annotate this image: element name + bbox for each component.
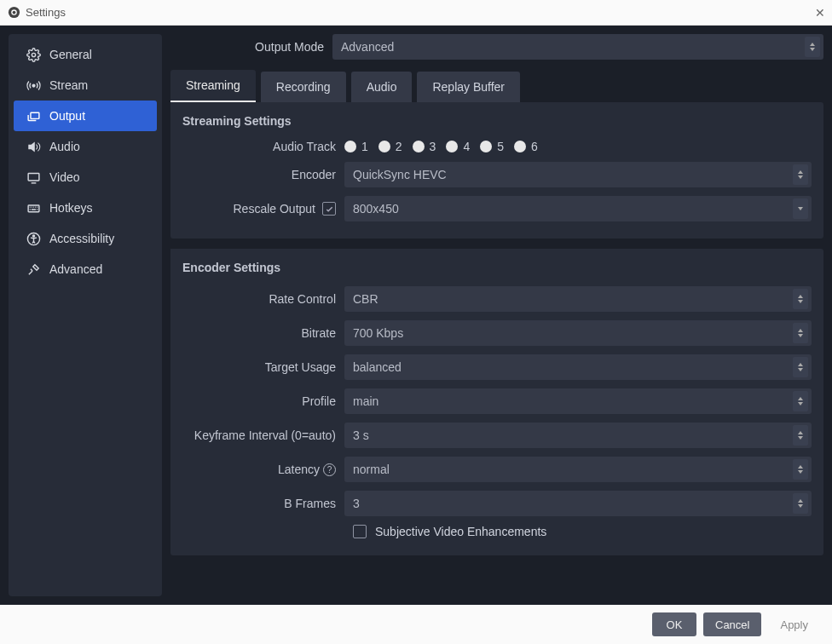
latency-row: Latency ? normal [182, 457, 812, 482]
rescale-label: Rescale Output [234, 202, 316, 216]
rescale-row: Rescale Output 800x450 [182, 196, 812, 221]
cancel-button[interactable]: Cancel [703, 612, 761, 636]
tab-label: Replay Buffer [432, 80, 505, 94]
target-usage-row: Target Usage balanced [182, 354, 812, 380]
rate-control-value: CBR [353, 292, 378, 306]
audio-track-2[interactable]: 2 [378, 140, 402, 153]
radio-icon [344, 141, 356, 152]
svg-rect-7 [28, 204, 39, 211]
bframes-input[interactable]: 3 [344, 491, 812, 516]
encoder-row: Encoder QuickSync HEVC [182, 162, 812, 187]
app-icon [7, 6, 20, 20]
sidebar-item-output[interactable]: Output [14, 101, 157, 131]
rescale-value: 800x450 [353, 202, 399, 216]
sidebar-item-label: Advanced [49, 262, 102, 276]
radio-label: 5 [497, 140, 504, 153]
radio-icon [480, 141, 492, 152]
close-icon[interactable]: ✕ [815, 6, 825, 20]
streaming-settings-panel: Streaming Settings Audio Track 1 2 3 4 5… [170, 102, 823, 239]
radio-label: 1 [361, 140, 368, 153]
bitrate-input[interactable]: 700 Kbps [344, 320, 812, 346]
sidebar-item-hotkeys[interactable]: Hotkeys [14, 193, 157, 223]
audio-track-radios: 1 2 3 4 5 6 [344, 140, 538, 153]
svg-rect-6 [28, 173, 39, 181]
radio-icon [378, 141, 390, 152]
latency-value: normal [353, 463, 390, 476]
output-mode-row: Output Mode Advanced [170, 34, 823, 60]
help-icon[interactable]: ? [323, 463, 336, 476]
sidebar-item-label: General [49, 48, 92, 61]
keyframe-label: Keyframe Interval (0=auto) [182, 428, 336, 442]
encoder-value: QuickSync HEVC [353, 168, 447, 181]
bitrate-value: 700 Kbps [353, 326, 403, 340]
audio-track-label: Audio Track [182, 140, 336, 153]
latency-label: Latency [278, 463, 320, 476]
stepper-icon [793, 493, 808, 514]
rate-control-select[interactable]: CBR [344, 286, 812, 312]
audio-track-6[interactable]: 6 [514, 140, 538, 153]
sidebar-item-label: Video [49, 170, 80, 184]
target-usage-select[interactable]: balanced [344, 354, 812, 380]
bframes-label: B Frames [182, 497, 336, 510]
broadcast-icon [26, 78, 41, 93]
output-tabs: Streaming Recording Audio Replay Buffer [170, 70, 823, 102]
sidebar-item-label: Output [49, 109, 85, 123]
sidebar-item-accessibility[interactable]: Accessibility [14, 223, 157, 254]
tab-replay-buffer[interactable]: Replay Buffer [417, 72, 520, 102]
audio-track-4[interactable]: 4 [446, 140, 470, 153]
svg-point-2 [12, 11, 15, 14]
rescale-select[interactable]: 800x450 [344, 196, 812, 221]
chevron-updown-icon [805, 37, 820, 57]
latency-select[interactable]: normal [344, 457, 812, 482]
encoder-label: Encoder [182, 168, 336, 181]
output-mode-select[interactable]: Advanced [332, 34, 823, 60]
tab-audio[interactable]: Audio [351, 72, 413, 102]
audio-track-3[interactable]: 3 [413, 140, 436, 153]
sidebar-item-video[interactable]: Video [14, 162, 157, 193]
sidebar-item-general[interactable]: General [14, 39, 157, 70]
radio-icon [446, 141, 458, 152]
subjective-checkbox[interactable] [353, 525, 367, 538]
radio-icon [413, 141, 425, 152]
profile-label: Profile [182, 394, 336, 408]
sidebar-item-stream[interactable]: Stream [14, 70, 157, 101]
gear-icon [26, 47, 41, 62]
ok-button[interactable]: OK [652, 612, 696, 636]
keyframe-input[interactable]: 3 s [344, 423, 812, 448]
audio-track-1[interactable]: 1 [344, 140, 368, 153]
accessibility-icon [26, 231, 41, 246]
chevron-updown-icon [793, 289, 808, 309]
tab-recording[interactable]: Recording [261, 72, 346, 102]
rescale-checkbox[interactable] [322, 202, 336, 216]
keyboard-icon [26, 200, 41, 216]
tab-streaming[interactable]: Streaming [170, 70, 256, 102]
rate-control-row: Rate Control CBR [182, 286, 812, 312]
sidebar-item-label: Audio [49, 140, 80, 153]
encoder-select[interactable]: QuickSync HEVC [344, 162, 812, 187]
output-mode-value: Advanced [341, 40, 394, 54]
sidebar-item-advanced[interactable]: Advanced [14, 254, 157, 285]
sidebar-item-audio[interactable]: Audio [14, 131, 157, 162]
titlebar: Settings ✕ [0, 0, 832, 26]
chevron-updown-icon [793, 164, 808, 185]
apply-button[interactable]: Apply [768, 612, 820, 636]
window-title: Settings [26, 6, 66, 19]
keyframe-row: Keyframe Interval (0=auto) 3 s [182, 423, 812, 448]
profile-select[interactable]: main [344, 388, 812, 414]
chevron-down-icon [793, 198, 808, 219]
bframes-value: 3 [353, 497, 360, 510]
svg-rect-5 [30, 112, 38, 118]
radio-label: 6 [531, 140, 538, 153]
sidebar-item-label: Accessibility [49, 232, 114, 245]
subjective-label: Subjective Video Enhancements [375, 525, 546, 538]
radio-label: 3 [430, 140, 436, 153]
speaker-icon [26, 139, 41, 154]
subjective-row: Subjective Video Enhancements [353, 525, 812, 538]
app-body: General Stream Output Audio Video [0, 26, 832, 605]
sidebar-item-label: Hotkeys [49, 201, 93, 215]
profile-row: Profile main [182, 388, 812, 414]
target-usage-label: Target Usage [182, 360, 336, 374]
chevron-updown-icon [793, 391, 808, 411]
svg-point-9 [32, 234, 34, 236]
audio-track-5[interactable]: 5 [480, 140, 504, 153]
